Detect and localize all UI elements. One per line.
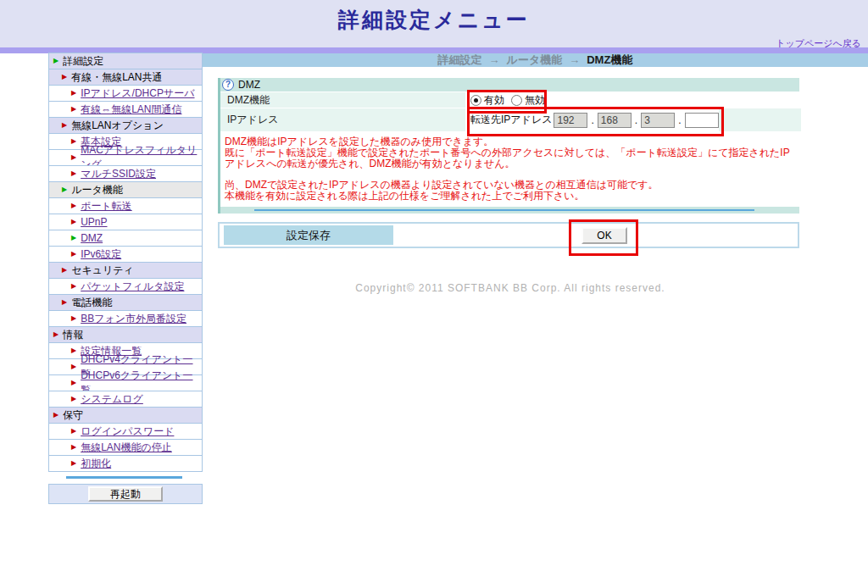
save-settings-row: 設定保存 OK <box>218 222 799 248</box>
breadcrumb-arrow-icon: → <box>489 53 500 66</box>
sidebar-item-link[interactable]: ▶BBフォン市外局番設定 <box>48 310 203 327</box>
bullet-arrow-icon: ▶ <box>71 347 76 354</box>
ok-button[interactable]: OK <box>581 227 627 244</box>
sidebar-item-link[interactable]: ▶MACアドレスフィルタリング <box>48 149 203 166</box>
bullet-arrow-icon: ▶ <box>71 154 76 161</box>
sidebar-item-label: パケットフィルタ設定 <box>81 280 184 294</box>
sidebar-item-section: ▶電話機能 <box>48 294 203 311</box>
dmz-ip-label: IPアドレス <box>220 108 465 131</box>
sidebar-item-label: BBフォン市外局番設定 <box>81 312 186 326</box>
dmz-ip-value: 転送先IPアドレス ... <box>465 108 801 131</box>
sidebar-item-label: 無線LAN機能の停止 <box>81 441 172 455</box>
bullet-arrow-icon: ▶ <box>71 202 76 209</box>
sidebar-item-label: ログインパスワード <box>81 424 174 439</box>
content-divider-line <box>254 209 754 211</box>
warning-text-line: 既に「ポート転送設定」機能で設定されたポート番号への外部アクセスに対しては、「ポ… <box>225 147 794 169</box>
bullet-arrow-icon: ▶ <box>71 251 76 258</box>
bullet-arrow-icon: ▶ <box>71 219 76 225</box>
sidebar-item-section: ▶有線・無線LAN共通 <box>48 69 203 86</box>
ip-octet-input <box>554 113 587 128</box>
sidebar-item-label: UPnP <box>81 216 107 228</box>
sidebar-item-label: DMZ <box>81 232 103 244</box>
row-filler <box>719 108 801 131</box>
radio-option[interactable]: 有効 <box>470 93 504 108</box>
octet-separator: . <box>635 114 637 126</box>
breadcrumb-item: ルータ機能 <box>507 53 563 66</box>
sidebar-item-label: IPアドレス/DHCPサーバ <box>81 86 194 101</box>
sidebar-nav: ▶詳細設定▶有線・無線LAN共通▶IPアドレス/DHCPサーバ▶有線⇔無線LAN… <box>48 53 203 472</box>
dmz-settings-table: ? DMZ DMZ機能 有効無効 IPアドレス 転送先IPアドレス ... DM… <box>218 78 799 214</box>
breadcrumb: 詳細設定→ルータ機能→DMZ機能 <box>203 53 868 67</box>
sidebar-item-link[interactable]: ▶ログインパスワード <box>48 423 203 440</box>
bullet-arrow-icon: ▶ <box>62 186 67 193</box>
dmz-warning-text: DMZ機能はIPアドレスを設定した機器のみ使用できます。既に「ポート転送設定」機… <box>220 131 799 207</box>
sidebar-item-link[interactable]: ▶有線⇔無線LAN間通信 <box>48 101 203 118</box>
sidebar-item-label: ルータ機能 <box>71 183 123 197</box>
bullet-arrow-icon: ▶ <box>62 299 67 306</box>
sidebar-item-link[interactable]: ▶IPv6設定 <box>48 246 203 263</box>
sidebar-item-label: 有線・無線LAN共通 <box>71 70 162 85</box>
dmz-feature-value: 有効無効 <box>465 92 799 108</box>
ip-octet-group: ... <box>552 113 718 128</box>
bullet-arrow-icon: ▶ <box>71 460 76 467</box>
sidebar-item-link[interactable]: ▶DHCPv6クライアント一覧 <box>48 374 203 391</box>
bullet-arrow-icon: ▶ <box>62 267 67 274</box>
save-settings-label: 設定保存 <box>224 225 393 245</box>
sidebar-item-link[interactable]: ▶初期化 <box>48 455 203 472</box>
sidebar-item-link[interactable]: ▶システムログ <box>48 391 203 408</box>
dmz-section-header: ? DMZ <box>220 78 799 92</box>
bullet-arrow-icon: ▶ <box>71 428 76 435</box>
dmz-feature-label: DMZ機能 <box>220 92 465 108</box>
sidebar-item-label: ポート転送 <box>81 199 132 214</box>
ip-octet-input <box>598 113 632 128</box>
sidebar-item-section: ▶セキュリティ <box>48 262 203 279</box>
bullet-arrow-icon: ▶ <box>71 170 76 177</box>
radio-label: 無効 <box>525 93 545 108</box>
breadcrumb-item: DMZ機能 <box>587 53 632 66</box>
sidebar-item-section: ▶ルータ機能 <box>48 181 203 198</box>
warning-text-line: 本機能を有効に設定される際は上記の仕様をご理解された上でご利用下さい。 <box>225 191 794 202</box>
sidebar-item-link[interactable]: ▶マルチSSID設定 <box>48 165 203 182</box>
sidebar-item-label: システムログ <box>81 392 143 407</box>
sidebar-item-section: ▶無線LANオプション <box>48 117 203 134</box>
bullet-arrow-icon: ▶ <box>71 235 76 241</box>
sidebar-item-label: 情報 <box>63 328 83 342</box>
sidebar-item-link[interactable]: ▶パケットフィルタ設定 <box>48 278 203 295</box>
sidebar-item-label: IPv6設定 <box>81 247 121 262</box>
sidebar-item-link[interactable]: ▶DMZ <box>48 230 203 247</box>
bullet-arrow-icon: ▶ <box>71 283 76 290</box>
copyright-text: Copyright© 2011 SOFTBANK BB Corp. All ri… <box>203 282 817 294</box>
bullet-arrow-icon: ▶ <box>53 331 58 338</box>
bullet-arrow-icon: ▶ <box>71 363 76 370</box>
sidebar-item-label: 電話機能 <box>71 296 112 310</box>
sidebar-item-label: セキュリティ <box>71 263 134 278</box>
bullet-arrow-icon: ▶ <box>53 412 58 419</box>
sidebar-item-link[interactable]: ▶無線LAN機能の停止 <box>48 439 203 456</box>
bullet-arrow-icon: ▶ <box>71 380 76 386</box>
sidebar-item-link[interactable]: ▶ポート転送 <box>48 197 203 214</box>
router-admin-page: 詳細設定メニュー トップページへ戻る 詳細設定→ルータ機能→DMZ機能 ▶詳細設… <box>0 0 868 588</box>
sidebar-item-section: ▶情報 <box>48 326 203 343</box>
bullet-arrow-icon: ▶ <box>62 74 67 80</box>
reboot-button[interactable]: 再起動 <box>88 486 163 502</box>
sidebar-item-link[interactable]: ▶IPアドレス/DHCPサーバ <box>48 85 203 102</box>
sidebar-item-section: ▶詳細設定 <box>48 53 203 69</box>
octet-separator: . <box>678 114 681 126</box>
ip-octet-input[interactable] <box>685 113 719 128</box>
sidebar-item-link[interactable]: ▶UPnP <box>48 214 203 230</box>
bullet-arrow-icon: ▶ <box>71 106 76 113</box>
dmz-section-title: DMZ <box>238 79 260 91</box>
radio-option[interactable]: 無効 <box>511 93 545 108</box>
bullet-arrow-icon: ▶ <box>71 396 76 402</box>
radio-label: 有効 <box>484 93 504 108</box>
breadcrumb-item: 詳細設定 <box>438 53 482 66</box>
ip-octet-input <box>641 113 675 128</box>
dmz-feature-row: DMZ機能 有効無効 <box>220 92 799 108</box>
radio-icon[interactable] <box>470 95 481 106</box>
sidebar-item-section: ▶保守 <box>48 407 203 424</box>
sidebar-item-label: 詳細設定 <box>63 54 103 69</box>
radio-icon[interactable] <box>511 95 522 106</box>
page-title: 詳細設定メニュー <box>0 0 868 34</box>
sidebar-separator <box>66 476 182 479</box>
bullet-arrow-icon: ▶ <box>71 444 76 451</box>
